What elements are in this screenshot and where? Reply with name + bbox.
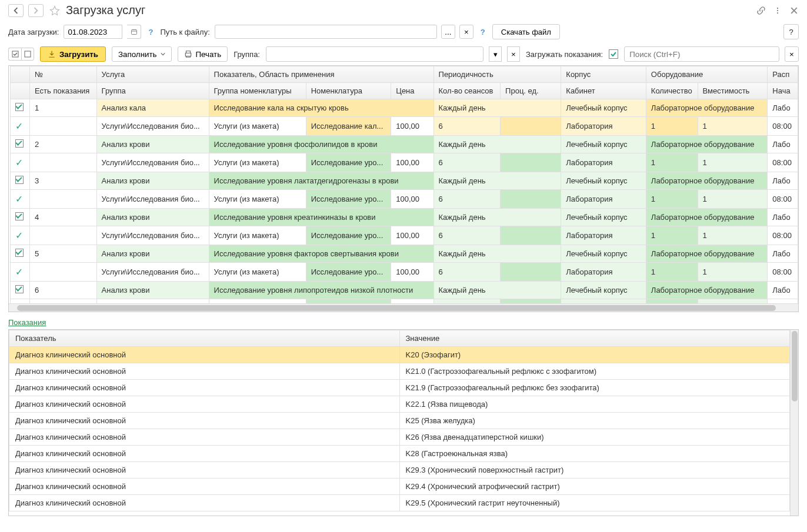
row-equip: Лабораторное оборудование bbox=[646, 136, 767, 153]
row-nom: Исследование уро... bbox=[306, 226, 391, 245]
table-row[interactable]: ✓ Услуги\Исследования био... Услуги (из … bbox=[11, 117, 798, 136]
path-help-icon[interactable]: ? bbox=[478, 28, 488, 36]
row-checkbox[interactable] bbox=[11, 99, 30, 117]
hdr2-qty[interactable]: Количество bbox=[646, 83, 698, 99]
table-row[interactable]: 3 Анализ крови Исследование уровня лакта… bbox=[11, 172, 798, 190]
row-nom: Исследование уро... bbox=[306, 153, 391, 172]
row-has-indications: ✓ bbox=[11, 299, 30, 304]
table-row[interactable]: ✓ Услуги\Исследования био... Услуги (из … bbox=[11, 299, 798, 304]
row-cabinet: Лаборатория bbox=[561, 117, 646, 136]
row-price: 100,00 bbox=[391, 226, 433, 245]
hdr-equip[interactable]: Оборудование bbox=[646, 66, 767, 83]
indication-row[interactable]: Диагноз клинический основнойK21.9 (Гастр… bbox=[9, 380, 790, 396]
ind-value: K29.4 (Хронический атрофический гастрит) bbox=[399, 479, 790, 495]
load-readings-checkbox[interactable] bbox=[609, 49, 618, 59]
indications-title[interactable]: Показания bbox=[0, 312, 807, 329]
nav-forward-button[interactable] bbox=[28, 4, 44, 17]
table-row[interactable]: 1 Анализ кала Исследование кала на скрыт… bbox=[11, 99, 798, 117]
search-clear-button[interactable]: × bbox=[785, 46, 799, 62]
hdr-rasp[interactable]: Расп bbox=[768, 66, 798, 83]
help-button[interactable]: ? bbox=[783, 24, 799, 39]
h-scrollbar[interactable] bbox=[9, 303, 798, 312]
table-row[interactable]: ✓ Услуги\Исследования био... Услуги (из … bbox=[11, 263, 798, 282]
indication-row[interactable]: Диагноз клинический основнойK29.5 (Хрони… bbox=[9, 495, 790, 511]
search-input[interactable] bbox=[624, 46, 779, 62]
table-row[interactable]: 4 Анализ крови Исследование уровня креат… bbox=[11, 209, 798, 226]
favorite-star-icon[interactable] bbox=[48, 4, 61, 17]
row-proc bbox=[501, 263, 561, 282]
date-help-icon[interactable]: ? bbox=[146, 28, 155, 36]
row-checkbox[interactable] bbox=[11, 282, 30, 299]
row-sessions: 6 bbox=[433, 299, 501, 304]
hdr2-sessions[interactable]: Кол-во сеансов bbox=[433, 83, 501, 99]
download-file-button[interactable]: Скачать файл bbox=[492, 24, 560, 39]
indication-row[interactable]: Диагноз клинический основнойK22.1 (Язва … bbox=[9, 396, 790, 413]
indication-row[interactable]: Диагноз клинический основнойK20 (Эзофаги… bbox=[9, 347, 790, 363]
row-cabinet: Лаборатория bbox=[561, 263, 646, 282]
row-checkbox[interactable] bbox=[11, 136, 30, 153]
table-row[interactable]: ✓ Услуги\Исследования био... Услуги (из … bbox=[11, 153, 798, 172]
indication-row[interactable]: Диагноз клинический основнойK29.4 (Хрони… bbox=[9, 479, 790, 495]
path-input[interactable] bbox=[215, 25, 437, 39]
indication-row[interactable]: Диагноз клинический основнойK26 (Язва дв… bbox=[9, 429, 790, 446]
nav-back-button[interactable] bbox=[8, 4, 24, 17]
ind-value: K21.9 (Гастроэзофагеальный рефлюкс без э… bbox=[399, 380, 790, 396]
hdr2-price[interactable]: Цена bbox=[391, 83, 433, 99]
path-browse-button[interactable]: ... bbox=[441, 25, 455, 39]
hdr2-time[interactable]: Нача bbox=[768, 83, 798, 99]
hdr-corpus[interactable]: Корпус bbox=[561, 66, 646, 83]
row-corpus: Лечебный корпус bbox=[561, 282, 646, 299]
path-clear-button[interactable]: × bbox=[459, 25, 473, 39]
hdr2-group[interactable]: Группа bbox=[96, 83, 209, 99]
row-empty bbox=[30, 226, 97, 245]
group-select[interactable] bbox=[266, 46, 483, 62]
table-row[interactable]: 6 Анализ крови Исследование уровня липоп… bbox=[11, 282, 798, 299]
ind-hdr-indicator[interactable]: Показатель bbox=[9, 330, 400, 347]
row-rasp: Лабо bbox=[768, 209, 798, 226]
hdr2-has-ind[interactable]: Есть показания bbox=[30, 83, 97, 99]
hdr2-cabinet[interactable]: Кабинет bbox=[561, 83, 646, 99]
params-bar: Дата загрузки: ? Путь к файлу: ... × ? С… bbox=[0, 21, 807, 43]
more-icon[interactable] bbox=[773, 6, 782, 15]
calendar-icon[interactable] bbox=[127, 25, 141, 39]
hdr-indicator[interactable]: Показатель, Область применения bbox=[209, 66, 433, 83]
table-row[interactable]: 2 Анализ крови Исследование уровня фосфо… bbox=[11, 136, 798, 153]
services-table[interactable]: № Услуга Показатель, Область применения … bbox=[10, 66, 798, 303]
close-icon[interactable] bbox=[789, 6, 799, 15]
services-table-wrap: № Услуга Показатель, Область применения … bbox=[8, 65, 799, 312]
indication-row[interactable]: Диагноз клинический основнойK29.3 (Хрони… bbox=[9, 462, 790, 479]
uncheck-all-button[interactable] bbox=[21, 48, 34, 61]
check-all-button[interactable] bbox=[8, 48, 21, 61]
ind-indicator: Диагноз клинический основной bbox=[9, 347, 400, 363]
hdr2-cap[interactable]: Вместимость bbox=[698, 83, 768, 99]
group-clear-button[interactable]: × bbox=[507, 46, 520, 62]
fill-button-label: Заполнить bbox=[118, 50, 156, 59]
ind-hdr-value[interactable]: Значение bbox=[399, 330, 790, 347]
hdr2-nom[interactable]: Номенклатура bbox=[306, 83, 391, 99]
row-checkbox[interactable] bbox=[11, 209, 30, 226]
hdr2-nomgroup[interactable]: Группа номенклатуры bbox=[209, 83, 306, 99]
load-button[interactable]: Загрузить bbox=[40, 46, 106, 62]
hdr2-proc[interactable]: Проц. ед. bbox=[501, 83, 561, 99]
row-num: 4 bbox=[30, 209, 97, 226]
hdr-service[interactable]: Услуга bbox=[96, 66, 209, 83]
row-checkbox[interactable] bbox=[11, 172, 30, 190]
link-icon[interactable] bbox=[756, 6, 766, 15]
group-dropdown-button[interactable]: ▾ bbox=[489, 46, 502, 62]
fill-button[interactable]: Заполнить bbox=[112, 46, 171, 62]
date-input[interactable] bbox=[64, 25, 122, 39]
indication-row[interactable]: Диагноз клинический основнойK25 (Язва же… bbox=[9, 413, 790, 429]
print-button[interactable]: Печать bbox=[178, 46, 228, 62]
indications-table[interactable]: Показатель Значение Диагноз клинический … bbox=[9, 330, 790, 511]
hdr-period[interactable]: Периодичность bbox=[433, 66, 561, 83]
group-label: Группа: bbox=[234, 50, 260, 59]
table-row[interactable]: ✓ Услуги\Исследования био... Услуги (из … bbox=[11, 226, 798, 245]
hdr-num[interactable]: № bbox=[30, 66, 97, 83]
indication-row[interactable]: Диагноз клинический основнойK28 (Гастрое… bbox=[9, 446, 790, 462]
indication-row[interactable]: Диагноз клинический основнойK21.0 (Гастр… bbox=[9, 363, 790, 380]
row-checkbox[interactable] bbox=[11, 245, 30, 263]
table-row[interactable]: ✓ Услуги\Исследования био... Услуги (из … bbox=[11, 190, 798, 209]
ind-value: K29.3 (Хронический поверхностный гастрит… bbox=[399, 462, 790, 479]
table-row[interactable]: 5 Анализ крови Исследование уровня факто… bbox=[11, 245, 798, 263]
v-scrollbar[interactable] bbox=[790, 330, 798, 516]
